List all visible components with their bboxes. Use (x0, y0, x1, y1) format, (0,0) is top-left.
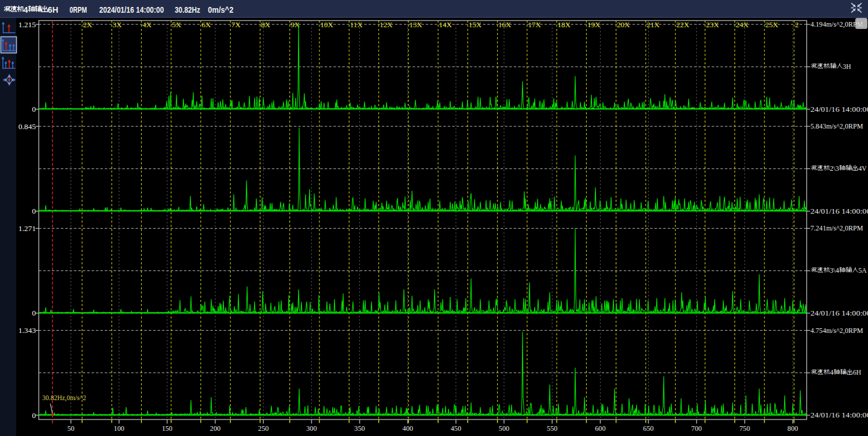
svg-text:4.194m/s^2,0RPM: 4.194m/s^2,0RPM (811, 21, 863, 28)
svg-text:350: 350 (354, 424, 365, 433)
svg-text:30.82Hz,0m/s^2: 30.82Hz,0m/s^2 (42, 394, 86, 402)
svg-text:100: 100 (114, 424, 124, 433)
svg-text:200: 200 (210, 424, 220, 433)
svg-text:14X: 14X (439, 20, 453, 29)
svg-text:150: 150 (162, 424, 172, 433)
svg-text:4: 4 (24, 5, 28, 14)
svg-text:500: 500 (499, 424, 509, 433)
svg-text:22X: 22X (676, 20, 690, 29)
svg-text:5.843m/s^2,0RPM: 5.843m/s^2,0RPM (811, 123, 863, 130)
svg-text:300: 300 (306, 424, 317, 433)
svg-text:550: 550 (547, 424, 557, 433)
svg-text:800: 800 (788, 424, 798, 433)
svg-text:12X: 12X (380, 20, 393, 29)
svg-text:18X: 18X (558, 20, 571, 29)
svg-text:6H: 6H (853, 369, 861, 376)
svg-text:10X: 10X (321, 20, 334, 29)
svg-text:50: 50 (67, 424, 74, 433)
svg-text:24/01/16 14:00:00: 24/01/16 14:00:00 (811, 412, 868, 419)
svg-text:5A: 5A (859, 267, 867, 274)
svg-text:450: 450 (451, 424, 461, 433)
svg-text:1.271: 1.271 (19, 224, 36, 233)
svg-text:0: 0 (32, 105, 36, 113)
svg-text:0.845: 0.845 (19, 122, 36, 131)
svg-text:24X: 24X (735, 20, 749, 29)
svg-text:1.215: 1.215 (19, 20, 36, 29)
svg-text:4: 4 (830, 369, 834, 376)
svg-text:3X: 3X (113, 20, 123, 29)
svg-text:7X: 7X (231, 20, 241, 29)
svg-text:16X: 16X (498, 20, 512, 29)
svg-text:4X: 4X (142, 20, 152, 29)
svg-text:24/01/16 14:00:00: 24/01/16 14:00:00 (811, 310, 868, 317)
svg-text:0: 0 (32, 207, 36, 215)
svg-text:700: 700 (692, 424, 702, 433)
svg-text:2\3: 2\3 (830, 165, 839, 172)
svg-text:0RPM: 0RPM (69, 5, 87, 14)
svg-text:250: 250 (258, 424, 269, 433)
svg-text:0: 0 (32, 411, 36, 420)
svg-text:650: 650 (643, 424, 653, 433)
svg-text:2024/01/16 14:00:00: 2024/01/16 14:00:00 (100, 5, 164, 14)
svg-text:23X: 23X (706, 20, 719, 29)
svg-text:5X: 5X (172, 20, 182, 29)
svg-text:7.241m/s^2,0RPM: 7.241m/s^2,0RPM (811, 225, 863, 232)
svg-text:3\4: 3\4 (830, 267, 839, 274)
svg-text:3H: 3H (843, 63, 851, 70)
svg-text:8X: 8X (261, 20, 271, 29)
svg-text:750: 750 (740, 424, 750, 433)
svg-text:30.82Hz: 30.82Hz (175, 5, 200, 14)
svg-text:0m/s^2: 0m/s^2 (208, 5, 233, 14)
svg-text:6H: 6H (48, 5, 58, 14)
svg-text:11X: 11X (350, 20, 363, 29)
svg-text:25X: 25X (766, 20, 779, 29)
svg-text:400: 400 (403, 424, 413, 433)
svg-text:19X: 19X (587, 20, 601, 29)
svg-text:4.754m/s^2,0RPM: 4.754m/s^2,0RPM (811, 327, 863, 335)
svg-text:24/01/16 14:00:00: 24/01/16 14:00:00 (811, 208, 868, 215)
svg-text:2X: 2X (83, 20, 93, 29)
svg-text:20X: 20X (617, 20, 630, 29)
svg-text:600: 600 (595, 424, 605, 433)
svg-text:2: 2 (795, 20, 799, 29)
svg-text:17X: 17X (528, 20, 541, 29)
svg-text:13X: 13X (409, 20, 422, 29)
svg-text:24/01/16 14:00:00: 24/01/16 14:00:00 (811, 106, 868, 113)
svg-text:15X: 15X (469, 20, 482, 29)
svg-text:4V: 4V (859, 165, 867, 172)
svg-text:1.343: 1.343 (19, 326, 36, 335)
svg-text:21X: 21X (646, 20, 660, 29)
svg-text:6X: 6X (201, 20, 211, 29)
svg-text:0: 0 (32, 309, 36, 317)
